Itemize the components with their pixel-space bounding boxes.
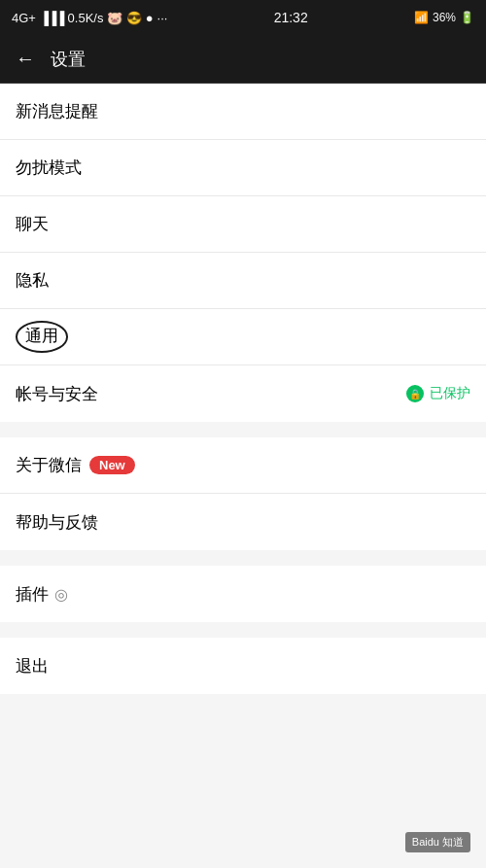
menu-item-dnd[interactable]: 勿扰模式 [0,140,486,196]
wifi-icon: 📶 [414,11,429,24]
menu-item-notifications[interactable]: 新消息提醒 [0,84,486,140]
status-time: 21:32 [274,10,308,25]
menu-item-help-feedback[interactable]: 帮助与反馈 [0,494,486,550]
general-label-circled: 通用 [16,321,68,352]
help-feedback-label: 帮助与反馈 [16,511,98,534]
menu-item-plugins[interactable]: 插件 ◎ [0,566,486,622]
plugins-label: 插件 [16,583,49,606]
section-plugins: 插件 ◎ [0,566,486,622]
status-left: 4G+ ▐▐▐ 0.5K/s 🐷 😎 ● ··· [12,11,167,25]
signal-bars: ▐▐▐ [40,11,64,25]
new-badge: New [89,456,135,474]
top-bar: ← 设置 [0,35,486,84]
dnd-label: 勿扰模式 [16,156,82,179]
about-wechat-label: 关于微信 [16,454,82,476]
emoji-icons: 🐷 😎 ● [107,11,153,25]
section-logout: 退出 [0,638,486,694]
privacy-label: 隐私 [16,269,49,292]
account-security-right: 🔒 已保护 [406,385,470,402]
section-gap-3 [0,622,486,630]
menu-item-privacy[interactable]: 隐私 [0,253,486,309]
menu-item-chat[interactable]: 聊天 [0,196,486,253]
battery-text: 36% [433,11,456,24]
menu-item-logout[interactable]: 退出 [0,638,486,694]
lock-icon: 🔒 [406,385,424,402]
notifications-label: 新消息提醒 [16,100,98,122]
status-bar: 4G+ ▐▐▐ 0.5K/s 🐷 😎 ● ··· 21:32 📶 36% 🔋 [0,0,486,35]
page-title: 设置 [51,48,86,71]
section-gap-2 [0,550,486,558]
account-security-label: 帐号与安全 [16,383,98,405]
menu-item-account-security[interactable]: 帐号与安全 🔒 已保护 [0,365,486,422]
signal-text: 4G+ [12,11,36,25]
menu-item-general[interactable]: 通用 [0,309,486,365]
dots: ··· [157,11,168,25]
chat-label: 聊天 [16,213,49,235]
menu-item-about-wechat[interactable]: 关于微信 New [0,437,486,494]
plugins-row: 插件 ◎ [16,583,68,606]
logout-label: 退出 [16,655,49,677]
compass-icon: ◎ [54,585,68,604]
back-button[interactable]: ← [16,48,35,70]
protected-text: 已保护 [430,385,470,402]
section-about-help: 关于微信 New 帮助与反馈 [0,437,486,550]
about-wechat-row: 关于微信 New [16,454,135,476]
speed-text: 0.5K/s [68,11,104,25]
section-gap-1 [0,422,486,430]
status-right: 📶 36% 🔋 [414,11,474,24]
section-main-settings: 新消息提醒 勿扰模式 聊天 隐私 通用 帐号与安全 🔒 已保护 [0,84,486,422]
battery-icon: 🔋 [460,11,474,24]
watermark: Baidu 知道 [405,832,470,852]
